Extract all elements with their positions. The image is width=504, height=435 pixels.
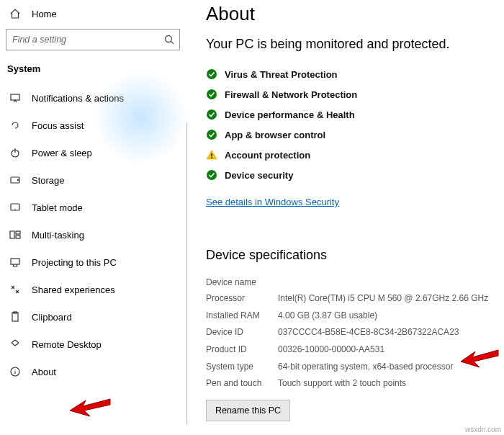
spec-label: Pen and touch [206, 378, 278, 388]
nav-item-label: Power & sleep [32, 148, 92, 158]
sidebar-item-shared-experiences[interactable]: Shared experiences [0, 276, 187, 303]
rename-pc-button[interactable]: Rename this PC [206, 400, 290, 421]
status-label: Virus & Threat Protection [225, 69, 338, 80]
nav-item-label: Notifications & actions [32, 93, 124, 104]
status-label: Device performance & Health [225, 109, 355, 120]
svg-line-1 [171, 42, 174, 45]
svg-point-21 [207, 130, 217, 140]
spec-processor: ProcessorIntel(R) Core(TM) i5 CPU M 560 … [206, 290, 495, 308]
nav-item-label: Shared experiences [32, 284, 115, 295]
spec-label: Device ID [206, 327, 278, 337]
sidebar-item-remote-desktop[interactable]: Remote Desktop [0, 331, 187, 358]
sidebar-item-tablet-mode[interactable]: Tablet mode [0, 194, 187, 221]
spec-device-id: Device ID037CCCC4-B58E-4CE8-8C34-2B67322… [206, 324, 495, 341]
focus-assist-icon [9, 119, 22, 132]
page-title: About [206, 3, 495, 25]
svg-rect-11 [16, 236, 20, 238]
watermark: wsxdn.com [465, 426, 501, 434]
nav-item-label: Clipboard [32, 312, 72, 323]
projecting-icon [9, 256, 22, 269]
check-icon [206, 89, 217, 100]
svg-rect-2 [11, 94, 19, 100]
nav-item-label: Remote Desktop [32, 339, 102, 350]
sidebar-item-notifications[interactable]: Notifications & actions [0, 84, 187, 112]
check-icon [206, 129, 217, 140]
sidebar-category: System [0, 59, 187, 84]
spec-value: 037CCCC4-B58E-4CE8-8C34-2B67322ACA23 [278, 327, 495, 338]
sidebar-item-power-sleep[interactable]: Power & sleep [0, 139, 187, 166]
spec-value: Intel(R) Core(TM) i5 CPU M 560 @ 2.67GHz… [278, 293, 495, 305]
nav-item-label: Focus assist [32, 120, 84, 131]
spec-label: Device name [206, 277, 278, 287]
annotation-arrow-left [68, 395, 112, 423]
remote-desktop-icon [9, 338, 22, 351]
about-icon [9, 365, 22, 378]
check-icon [206, 169, 217, 181]
spec-device-name: Device name [206, 274, 495, 290]
notifications-icon [9, 91, 22, 104]
spec-ram: Installed RAM4.00 GB (3.87 GB usable) [206, 308, 495, 325]
spec-product-id: Product ID00326-10000-00000-AA531 [206, 341, 495, 359]
sidebar-item-home[interactable]: Home [0, 3, 187, 27]
svg-rect-9 [10, 231, 14, 238]
status-device-security: Device security [206, 165, 495, 185]
status-label: Firewall & Network Protection [225, 89, 357, 100]
sidebar-item-about[interactable]: About [0, 358, 187, 385]
search-icon [164, 35, 174, 45]
clipboard-icon [9, 310, 22, 323]
sidebar-item-storage[interactable]: Storage [0, 166, 187, 194]
home-icon [9, 7, 22, 20]
security-details-link[interactable]: See details in Windows Security [206, 197, 339, 207]
shared-icon [9, 283, 22, 296]
home-label: Home [32, 9, 57, 19]
spec-value: Touch support with 2 touch points [278, 378, 495, 390]
main-content: About Your PC is being monitored and pro… [187, 0, 504, 435]
svg-point-24 [207, 170, 217, 180]
storage-icon [9, 174, 22, 187]
multitasking-icon [9, 228, 22, 241]
svg-rect-12 [11, 259, 19, 264]
svg-rect-13 [12, 313, 18, 321]
sidebar-item-focus-assist[interactable]: Focus assist [0, 112, 187, 139]
sidebar-item-multitasking[interactable]: Multi-tasking [0, 221, 187, 248]
divider [186, 122, 187, 425]
nav-item-label: Tablet mode [32, 202, 83, 213]
svg-point-0 [166, 36, 172, 42]
status-label: App & browser control [225, 130, 325, 140]
search-container [6, 29, 180, 50]
status-virus-threat: Virus & Threat Protection [206, 64, 495, 84]
svg-rect-10 [16, 231, 20, 234]
status-label: Device security [225, 170, 293, 181]
nav-item-label: Multi-tasking [32, 230, 84, 241]
svg-point-23 [211, 157, 212, 158]
svg-point-18 [207, 69, 217, 79]
svg-point-20 [207, 109, 217, 120]
spec-value: 4.00 GB (3.87 GB usable) [278, 310, 495, 322]
status-firewall: Firewall & Network Protection [206, 84, 495, 104]
security-status-list: Virus & Threat Protection Firewall & Net… [206, 64, 495, 185]
check-icon [206, 68, 217, 80]
spec-label: Installed RAM [206, 310, 278, 320]
status-account-protection: Account protection [206, 145, 495, 165]
spec-system-type: System type64-bit operating system, x64-… [206, 359, 495, 376]
spec-pen-touch: Pen and touchTouch support with 2 touch … [206, 375, 495, 393]
nav-item-label: Projecting to this PC [32, 257, 117, 268]
svg-point-19 [207, 89, 217, 99]
warning-icon [206, 149, 217, 161]
search-input[interactable] [6, 29, 180, 50]
nav-item-label: Storage [32, 175, 65, 186]
status-app-browser: App & browser control [206, 125, 495, 145]
spec-label: Processor [206, 293, 278, 303]
svg-point-6 [17, 179, 18, 180]
check-icon [206, 109, 217, 120]
nav-item-label: About [32, 367, 56, 377]
spec-label: System type [206, 362, 278, 372]
sidebar-item-projecting[interactable]: Projecting to this PC [0, 248, 187, 276]
power-icon [9, 146, 22, 159]
device-specs-heading: Device specifications [206, 248, 495, 263]
tablet-icon [9, 201, 22, 214]
annotation-arrow-right [459, 346, 500, 375]
spec-label: Product ID [206, 344, 278, 354]
status-performance: Device performance & Health [206, 104, 495, 125]
sidebar-item-clipboard[interactable]: Clipboard [0, 303, 187, 331]
